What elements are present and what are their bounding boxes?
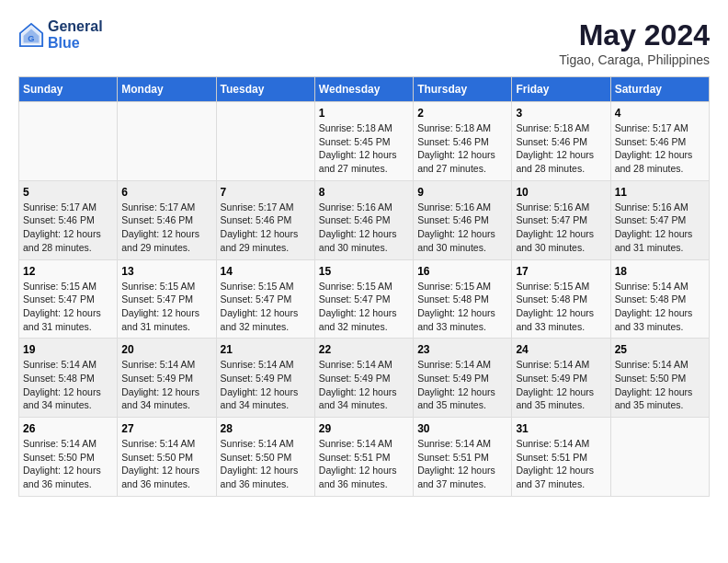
- sunset-text: Sunset: 5:49 PM: [516, 373, 587, 384]
- daylight-extra: and 30 minutes.: [516, 242, 585, 253]
- calendar-cell: 6Sunrise: 5:17 AMSunset: 5:46 PMDaylight…: [118, 180, 216, 259]
- day-number: 25: [615, 343, 705, 356]
- daylight-hours: Daylight: 12 hours: [221, 307, 299, 318]
- sunrise-text: Sunrise: 5:14 AM: [221, 438, 294, 449]
- logo-text: General Blue: [48, 18, 103, 52]
- sunset-text: Sunset: 5:47 PM: [121, 293, 193, 304]
- sunrise-text: Sunrise: 5:15 AM: [23, 281, 97, 292]
- day-number: 15: [319, 265, 409, 278]
- sunset-text: Sunset: 5:51 PM: [516, 452, 587, 463]
- day-info: Sunrise: 5:14 AMSunset: 5:49 PMDaylight:…: [221, 358, 311, 412]
- day-number: 22: [319, 343, 409, 356]
- day-number: 14: [221, 265, 311, 278]
- sunrise-text: Sunrise: 5:15 AM: [121, 281, 195, 292]
- daylight-extra: and 28 minutes.: [516, 163, 585, 174]
- day-info: Sunrise: 5:14 AMSunset: 5:48 PMDaylight:…: [615, 280, 705, 334]
- daylight-hours: Daylight: 12 hours: [615, 228, 693, 239]
- day-info: Sunrise: 5:14 AMSunset: 5:48 PMDaylight:…: [23, 358, 113, 412]
- daylight-hours: Daylight: 12 hours: [319, 149, 397, 160]
- day-info: Sunrise: 5:18 AMSunset: 5:45 PMDaylight:…: [319, 121, 409, 176]
- daylight-hours: Daylight: 12 hours: [319, 465, 397, 476]
- sunset-text: Sunset: 5:48 PM: [516, 293, 587, 304]
- daylight-hours: Daylight: 12 hours: [417, 228, 495, 239]
- daylight-hours: Daylight: 12 hours: [516, 149, 594, 160]
- daylight-hours: Daylight: 12 hours: [319, 307, 397, 318]
- calendar-cell: 26Sunrise: 5:14 AMSunset: 5:50 PMDayligh…: [19, 418, 118, 497]
- daylight-hours: Daylight: 12 hours: [417, 386, 495, 397]
- calendar-cell: 31Sunrise: 5:14 AMSunset: 5:51 PMDayligh…: [512, 418, 610, 497]
- calendar-subtitle: Tigao, Caraga, Philippines: [559, 52, 710, 67]
- daylight-extra: and 35 minutes.: [417, 399, 486, 410]
- sunset-text: Sunset: 5:47 PM: [615, 214, 687, 225]
- day-info: Sunrise: 5:16 AMSunset: 5:46 PMDaylight:…: [319, 201, 409, 255]
- daylight-extra: and 37 minutes.: [417, 478, 486, 489]
- sunset-text: Sunset: 5:46 PM: [516, 136, 587, 147]
- sunrise-text: Sunrise: 5:16 AM: [319, 201, 392, 213]
- daylight-extra: and 37 minutes.: [516, 478, 585, 489]
- weekday-header-saturday: Saturday: [610, 77, 709, 102]
- daylight-extra: and 27 minutes.: [417, 163, 486, 174]
- daylight-hours: Daylight: 12 hours: [23, 228, 101, 239]
- calendar-cell: 9Sunrise: 5:16 AMSunset: 5:46 PMDaylight…: [414, 180, 512, 259]
- daylight-extra: and 27 minutes.: [319, 163, 388, 174]
- day-number: 9: [417, 186, 507, 199]
- calendar-cell: 4Sunrise: 5:17 AMSunset: 5:46 PMDaylight…: [610, 102, 709, 181]
- sunset-text: Sunset: 5:46 PM: [121, 214, 193, 225]
- calendar-cell: 23Sunrise: 5:14 AMSunset: 5:49 PMDayligh…: [414, 339, 512, 418]
- day-number: 10: [516, 186, 606, 199]
- sunset-text: Sunset: 5:50 PM: [23, 452, 95, 463]
- sunrise-text: Sunrise: 5:14 AM: [615, 281, 688, 292]
- day-number: 7: [221, 186, 311, 199]
- day-info: Sunrise: 5:14 AMSunset: 5:50 PMDaylight:…: [221, 437, 311, 491]
- day-number: 20: [121, 343, 211, 356]
- daylight-hours: Daylight: 12 hours: [121, 386, 199, 397]
- calendar-title: May 2024: [559, 18, 710, 52]
- daylight-extra: and 29 minutes.: [121, 242, 190, 253]
- daylight-hours: Daylight: 12 hours: [417, 307, 495, 318]
- day-number: 1: [319, 107, 409, 120]
- day-number: 19: [23, 343, 113, 356]
- calendar-cell: [216, 102, 314, 181]
- header: G General Blue May 2024 Tigao, Caraga, P…: [18, 18, 710, 67]
- calendar-cell: 14Sunrise: 5:15 AMSunset: 5:47 PMDayligh…: [216, 259, 314, 339]
- day-info: Sunrise: 5:18 AMSunset: 5:46 PMDaylight:…: [516, 121, 606, 176]
- calendar-cell: 21Sunrise: 5:14 AMSunset: 5:49 PMDayligh…: [216, 339, 314, 418]
- sunset-text: Sunset: 5:50 PM: [615, 373, 687, 384]
- day-number: 18: [615, 265, 705, 278]
- weekday-header-wednesday: Wednesday: [314, 77, 413, 102]
- sunset-text: Sunset: 5:48 PM: [615, 293, 687, 304]
- daylight-hours: Daylight: 12 hours: [23, 307, 101, 318]
- day-info: Sunrise: 5:15 AMSunset: 5:47 PMDaylight:…: [23, 280, 113, 334]
- week-row-1: 1Sunrise: 5:18 AMSunset: 5:45 PMDaylight…: [19, 102, 710, 181]
- day-number: 2: [417, 107, 507, 120]
- daylight-hours: Daylight: 12 hours: [319, 386, 397, 397]
- sunrise-text: Sunrise: 5:14 AM: [121, 359, 195, 370]
- calendar-cell: 11Sunrise: 5:16 AMSunset: 5:47 PMDayligh…: [610, 180, 709, 259]
- daylight-hours: Daylight: 12 hours: [121, 307, 199, 318]
- sunset-text: Sunset: 5:50 PM: [121, 452, 193, 463]
- sunset-text: Sunset: 5:50 PM: [221, 452, 292, 463]
- logo: G General Blue: [18, 18, 103, 52]
- daylight-hours: Daylight: 12 hours: [121, 465, 199, 476]
- svg-text:G: G: [28, 34, 34, 43]
- daylight-hours: Daylight: 12 hours: [221, 228, 299, 239]
- sunrise-text: Sunrise: 5:14 AM: [23, 438, 97, 449]
- daylight-extra: and 36 minutes.: [121, 478, 190, 489]
- day-info: Sunrise: 5:16 AMSunset: 5:47 PMDaylight:…: [516, 201, 606, 255]
- day-number: 29: [319, 422, 409, 435]
- day-number: 16: [417, 265, 507, 278]
- day-number: 30: [417, 422, 507, 435]
- weekday-header-sunday: Sunday: [19, 77, 118, 102]
- sunset-text: Sunset: 5:46 PM: [221, 214, 292, 225]
- sunrise-text: Sunrise: 5:14 AM: [615, 359, 688, 370]
- calendar-cell: 24Sunrise: 5:14 AMSunset: 5:49 PMDayligh…: [512, 339, 610, 418]
- calendar-cell: 19Sunrise: 5:14 AMSunset: 5:48 PMDayligh…: [19, 339, 118, 418]
- sunrise-text: Sunrise: 5:17 AM: [615, 122, 688, 133]
- daylight-extra: and 34 minutes.: [319, 399, 388, 410]
- calendar-cell: 20Sunrise: 5:14 AMSunset: 5:49 PMDayligh…: [118, 339, 216, 418]
- daylight-hours: Daylight: 12 hours: [319, 228, 397, 239]
- daylight-extra: and 30 minutes.: [417, 242, 486, 253]
- day-info: Sunrise: 5:17 AMSunset: 5:46 PMDaylight:…: [23, 201, 113, 255]
- calendar-cell: 18Sunrise: 5:14 AMSunset: 5:48 PMDayligh…: [610, 259, 709, 339]
- daylight-extra: and 35 minutes.: [516, 399, 585, 410]
